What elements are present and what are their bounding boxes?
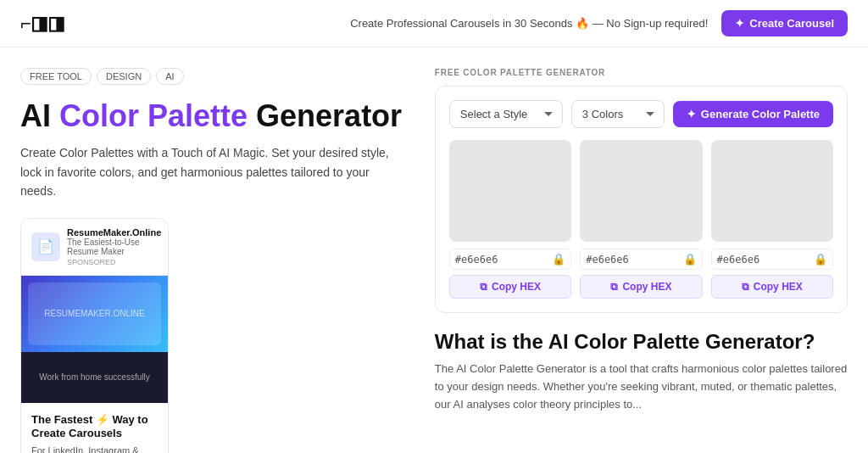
swatches-grid: #e6e6e6 🔒 ⧉ Copy HEX #e6e6e6 � bbox=[449, 140, 833, 299]
swatch-footer-1: #e6e6e6 🔒 bbox=[449, 249, 571, 270]
header-create-carousel-button[interactable]: ✦ Create Carousel bbox=[721, 10, 848, 36]
ad-image-bottom: Work from home successfully bbox=[21, 352, 168, 403]
ad-title: ResumeMaker.Online bbox=[67, 227, 161, 238]
tool-label: FREE COLOR PALETTE GENERATOR bbox=[435, 68, 848, 77]
lock-icon-2[interactable]: 🔒 bbox=[683, 253, 697, 266]
ad-body-sub: For LinkedIn, Instagram & TikTokNo Sign-… bbox=[31, 445, 158, 453]
copy-hex-button-2[interactable]: ⧉ Copy HEX bbox=[580, 275, 702, 299]
tool-section: FREE COLOR PALETTE GENERATOR Select a St… bbox=[435, 48, 848, 413]
ad-title-block: ResumeMaker.Online The Easiest-to-Use Re… bbox=[67, 227, 161, 266]
lock-icon-1[interactable]: 🔒 bbox=[552, 253, 565, 266]
ad-logo: 📄 bbox=[31, 232, 60, 261]
ad-header: 📄 ResumeMaker.Online The Easiest-to-Use … bbox=[21, 219, 168, 276]
tool-controls: Select a Style Monochromatic Complementa… bbox=[449, 100, 833, 128]
swatch-box-3 bbox=[711, 140, 833, 242]
header-promo: Create Professional Carousels in 30 Seco… bbox=[350, 17, 708, 30]
hero-section: FREE TOOL DESIGN AI AI Color Palette Gen… bbox=[20, 48, 408, 453]
header: ⌐◨◨ Create Professional Carousels in 30 … bbox=[0, 0, 868, 48]
swatch-hex-2: #e6e6e6 bbox=[586, 254, 629, 266]
below-fold-text: The AI Color Palette Generator is a tool… bbox=[435, 361, 848, 413]
style-select[interactable]: Select a Style Monochromatic Complementa… bbox=[449, 100, 563, 128]
swatch-3: #e6e6e6 🔒 ⧉ Copy HEX bbox=[711, 140, 833, 299]
tool-box: Select a Style Monochromatic Complementa… bbox=[435, 86, 848, 313]
ad-images: RESUMEMAKER.ONLINE Work from home succes… bbox=[21, 276, 168, 403]
sponsored-badge: SPONSORED bbox=[67, 258, 161, 266]
lock-icon-3[interactable]: 🔒 bbox=[814, 253, 827, 266]
tags-row: FREE TOOL DESIGN AI bbox=[20, 68, 408, 85]
header-right: Create Professional Carousels in 30 Seco… bbox=[350, 10, 848, 36]
two-column-layout: FREE TOOL DESIGN AI AI Color Palette Gen… bbox=[20, 48, 848, 453]
ad-image-inner: RESUMEMAKER.ONLINE bbox=[21, 276, 168, 352]
ad-body: The Fastest ⚡ Way to Create Carousels Fo… bbox=[21, 403, 168, 453]
swatch-footer-2: #e6e6e6 🔒 bbox=[580, 249, 702, 270]
title-prefix: AI bbox=[20, 98, 59, 133]
swatch-box-2 bbox=[580, 140, 702, 242]
ad-body-title: The Fastest ⚡ Way to Create Carousels bbox=[31, 413, 158, 442]
copy-hex-button-3[interactable]: ⧉ Copy HEX bbox=[711, 275, 833, 299]
copy-icon-3: ⧉ bbox=[742, 281, 749, 293]
content-area: FREE TOOL DESIGN AI AI Color Palette Gen… bbox=[0, 48, 868, 453]
ad-card: 📄 ResumeMaker.Online The Easiest-to-Use … bbox=[20, 218, 169, 453]
swatch-footer-3: #e6e6e6 🔒 bbox=[711, 249, 833, 270]
tag-free-tool: FREE TOOL bbox=[20, 68, 92, 85]
logo: ⌐◨◨ bbox=[20, 13, 64, 35]
ad-subtitle: The Easiest-to-Use Resume Maker bbox=[67, 238, 161, 256]
swatch-box-1 bbox=[449, 140, 571, 242]
ad-image-top: RESUMEMAKER.ONLINE bbox=[21, 276, 168, 352]
title-highlight: Color Palette bbox=[59, 98, 248, 133]
colors-select[interactable]: 3 Colors 4 Colors 5 Colors bbox=[571, 100, 665, 128]
title-suffix: Generator bbox=[248, 98, 402, 133]
swatch-1: #e6e6e6 🔒 ⧉ Copy HEX bbox=[449, 140, 571, 299]
generate-button[interactable]: ✦ Generate Color Palette bbox=[673, 101, 833, 127]
tag-design: DESIGN bbox=[97, 68, 151, 85]
hero-title: AI Color Palette Generator bbox=[20, 98, 408, 133]
copy-hex-button-1[interactable]: ⧉ Copy HEX bbox=[449, 275, 571, 299]
copy-icon-2: ⧉ bbox=[610, 281, 618, 293]
swatch-hex-3: #e6e6e6 bbox=[717, 254, 760, 266]
hero-description: Create Color Palettes with a Touch of AI… bbox=[20, 143, 408, 200]
carousel-icon: ✦ bbox=[735, 17, 744, 30]
generate-icon: ✦ bbox=[687, 108, 696, 120]
below-fold-heading: What is the AI Color Palette Generator? bbox=[435, 330, 848, 354]
ad-image-placeholder: RESUMEMAKER.ONLINE bbox=[28, 282, 161, 345]
copy-icon-1: ⧉ bbox=[480, 281, 487, 293]
below-fold: What is the AI Color Palette Generator? … bbox=[435, 330, 848, 413]
swatch-2: #e6e6e6 🔒 ⧉ Copy HEX bbox=[580, 140, 702, 299]
swatch-hex-1: #e6e6e6 bbox=[455, 254, 498, 266]
tag-ai: AI bbox=[156, 68, 183, 85]
ad-logo-icon: 📄 bbox=[37, 238, 54, 254]
